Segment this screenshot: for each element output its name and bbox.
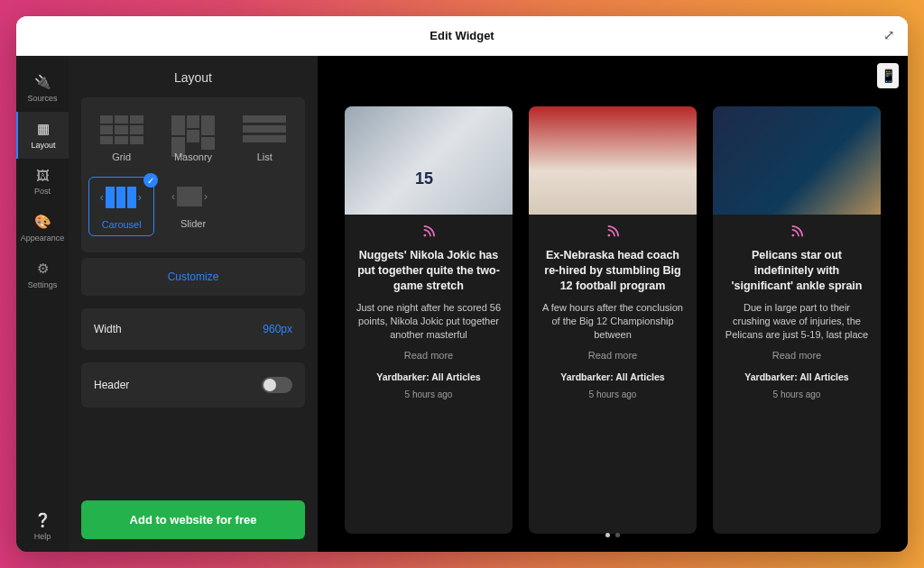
feed-card[interactable]: Nuggets' Nikola Jokic has put together q… [345, 106, 513, 534]
rss-icon [356, 225, 502, 241]
grid-thumb-icon [100, 115, 143, 144]
nav-label: Help [34, 532, 51, 541]
masonry-thumb-icon [171, 115, 215, 144]
layout-option-slider[interactable]: ‹› Slider [160, 177, 226, 236]
mobile-icon: 📱 [881, 69, 896, 83]
panel-title: Layout [69, 56, 318, 97]
layout-option-label: Grid [112, 151, 131, 162]
layout-option-grid[interactable]: Grid [88, 110, 154, 168]
image-icon: 🖼 [36, 168, 50, 183]
carousel-thumb-icon: ‹› [100, 183, 143, 212]
slider-thumb-icon: ‹› [171, 182, 215, 211]
card-time: 5 hours ago [356, 389, 502, 399]
layout-option-list[interactable]: List [232, 110, 298, 168]
card-time: 5 hours ago [724, 389, 870, 399]
layout-option-carousel[interactable]: ✓ ‹› Carousel [88, 177, 154, 236]
read-more-link[interactable]: Read more [540, 350, 686, 361]
sidebar-nav: 🔌 Sources ▦ Layout 🖼 Post 🎨 Appearance ⚙… [16, 56, 69, 552]
card-image [713, 106, 881, 215]
card-source: Yardbarker: All Articles [356, 371, 502, 382]
layout-panel: Layout Grid Masonry L [69, 56, 318, 552]
nav-layout[interactable]: ▦ Layout [16, 112, 69, 159]
nav-label: Settings [28, 280, 58, 289]
card-description: A few hours after the conclusion of the … [540, 301, 686, 343]
plug-icon: 🔌 [34, 74, 51, 90]
nav-appearance[interactable]: 🎨 Appearance [16, 205, 69, 252]
rss-icon [724, 225, 870, 241]
nav-label: Appearance [21, 234, 65, 243]
nav-label: Post [34, 187, 51, 196]
preview-canvas: 📱 Nuggets' Nikola Jokic has put together… [318, 56, 908, 552]
nav-help[interactable]: ❔ Help [16, 503, 69, 552]
card-description: Due in large part to their crushing wave… [724, 301, 870, 343]
app-window: Edit Widget ⤢ 🔌 Sources ▦ Layout 🖼 Post … [16, 16, 908, 552]
read-more-link[interactable]: Read more [356, 350, 502, 361]
header-label: Header [94, 379, 129, 391]
layout-option-label: Masonry [174, 151, 212, 162]
card-title: Pelicans star out indefinitely with 'sig… [724, 248, 870, 294]
layout-icon: ▦ [37, 121, 50, 137]
card-description: Just one night after he scored 56 points… [356, 301, 502, 343]
rss-icon [540, 225, 686, 241]
dot[interactable] [605, 533, 610, 537]
expand-icon[interactable]: ⤢ [883, 27, 895, 43]
feed-card[interactable]: Pelicans star out indefinitely with 'sig… [713, 106, 881, 534]
titlebar: Edit Widget ⤢ [16, 16, 908, 56]
nav-sources[interactable]: 🔌 Sources [16, 65, 69, 112]
width-label: Width [94, 323, 122, 335]
nav-settings[interactable]: ⚙ Settings [16, 252, 69, 298]
layout-option-masonry[interactable]: Masonry [160, 110, 226, 168]
card-title: Nuggets' Nikola Jokic has put together q… [356, 248, 502, 294]
layout-option-label: List [257, 151, 273, 162]
help-icon: ❔ [34, 512, 51, 528]
list-thumb-icon [243, 115, 286, 144]
device-preview-toggle[interactable]: 📱 [877, 63, 899, 88]
svg-point-2 [791, 234, 794, 237]
customize-button[interactable]: Customize [81, 258, 305, 296]
app-body: 🔌 Sources ▦ Layout 🖼 Post 🎨 Appearance ⚙… [16, 56, 908, 552]
nav-label: Layout [31, 141, 55, 150]
dot[interactable] [615, 533, 620, 537]
check-icon: ✓ [143, 173, 158, 188]
palette-icon: 🎨 [34, 214, 51, 230]
width-setting-row[interactable]: Width 960px [81, 308, 305, 350]
feed-card[interactable]: Ex-Nebraska head coach re-hired by stumb… [529, 106, 697, 534]
carousel-dots[interactable] [605, 533, 620, 537]
layout-option-label: Slider [180, 218, 206, 229]
card-title: Ex-Nebraska head coach re-hired by stumb… [540, 248, 686, 294]
card-source: Yardbarker: All Articles [724, 371, 870, 382]
card-image [529, 106, 697, 215]
header-toggle[interactable] [262, 377, 292, 393]
read-more-link[interactable]: Read more [724, 350, 870, 361]
nav-label: Sources [27, 94, 57, 103]
header-setting-row: Header [81, 362, 305, 408]
layout-options-group: Grid Masonry List ✓ [81, 97, 305, 252]
nav-post[interactable]: 🖼 Post [16, 159, 69, 205]
page-title: Edit Widget [430, 29, 494, 42]
panel-scroll[interactable]: Grid Masonry List ✓ [69, 97, 318, 488]
svg-point-1 [607, 234, 610, 237]
gear-icon: ⚙ [37, 261, 49, 277]
card-time: 5 hours ago [540, 389, 686, 399]
svg-point-0 [423, 234, 426, 237]
card-image [345, 106, 513, 215]
layout-option-label: Carousel [102, 219, 142, 230]
card-source: Yardbarker: All Articles [540, 371, 686, 382]
add-to-website-button[interactable]: Add to website for free [81, 500, 305, 539]
width-value: 960px [263, 323, 292, 335]
